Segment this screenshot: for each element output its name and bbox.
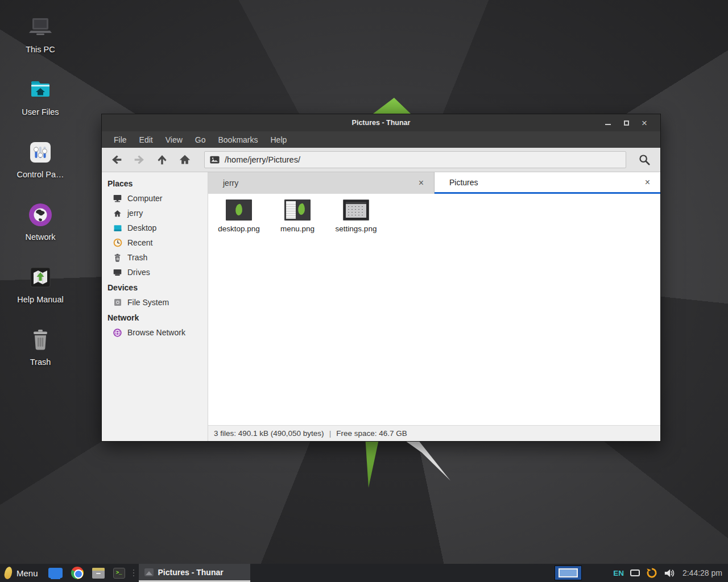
keyboard-layout-indicator[interactable]: EN bbox=[613, 569, 624, 577]
menu-bookmarks[interactable]: Bookmarks bbox=[212, 135, 264, 144]
file-list: desktop.png menu.png settings.png bbox=[208, 194, 660, 425]
sidebar-item-computer[interactable]: Computer bbox=[102, 191, 208, 206]
browser-launcher[interactable] bbox=[71, 564, 84, 582]
taskbar: Menu >_ Pictures - Thunar EN 2:44:28 pm bbox=[0, 564, 728, 582]
menu-go[interactable]: Go bbox=[189, 135, 212, 144]
desktop-icon-this-pc[interactable]: This PC bbox=[11, 6, 69, 68]
menu-logo-icon bbox=[4, 566, 13, 579]
harddisk-icon bbox=[113, 298, 122, 307]
globe-icon bbox=[113, 328, 122, 338]
back-arrow-icon bbox=[111, 154, 122, 165]
desktop-icon bbox=[113, 223, 122, 233]
desktop-icon-control-panel[interactable]: Control Pa… bbox=[11, 131, 69, 193]
menu-file[interactable]: File bbox=[107, 135, 133, 144]
search-icon bbox=[638, 153, 651, 166]
desktop-icon-network[interactable]: Network bbox=[11, 193, 69, 256]
sidebar-item-drives[interactable]: Drives bbox=[102, 265, 208, 280]
tab-jerry[interactable]: jerry × bbox=[208, 172, 435, 194]
display-tray-icon[interactable] bbox=[630, 569, 640, 576]
file-thumbnail bbox=[226, 199, 252, 221]
tab-pictures[interactable]: Pictures × bbox=[435, 172, 660, 194]
file-desktop-png[interactable]: desktop.png bbox=[210, 199, 267, 233]
drives-icon bbox=[113, 268, 122, 277]
sidebar-item-label: Recent bbox=[127, 238, 152, 247]
home-button[interactable] bbox=[173, 150, 196, 169]
menu-button[interactable]: Menu bbox=[0, 564, 44, 582]
taskbar-task-thunar[interactable]: Pictures - Thunar bbox=[139, 564, 250, 582]
trash-icon bbox=[27, 326, 54, 354]
show-desktop-button[interactable] bbox=[48, 564, 63, 582]
sidebar-header-network: Network bbox=[102, 310, 208, 325]
file-cabinet-icon bbox=[92, 568, 105, 579]
title-bar[interactable]: Pictures - Thunar × bbox=[102, 114, 660, 131]
sidebar-item-file-system[interactable]: File System bbox=[102, 295, 208, 310]
up-button[interactable] bbox=[151, 150, 173, 169]
menu-button-label: Menu bbox=[16, 568, 38, 578]
control-panel-icon bbox=[27, 139, 54, 166]
trash-icon bbox=[113, 253, 122, 263]
desktop-icon-label: Network bbox=[25, 232, 55, 242]
sidebar-item-browse-network[interactable]: Browse Network bbox=[102, 325, 208, 340]
close-button[interactable]: × bbox=[635, 114, 653, 131]
menu-edit[interactable]: Edit bbox=[133, 135, 159, 144]
desktop-icon-label: This PC bbox=[26, 45, 55, 54]
sidebar-item-desktop[interactable]: Desktop bbox=[102, 221, 208, 235]
tab-close-icon[interactable]: × bbox=[416, 177, 426, 189]
maximize-button[interactable] bbox=[617, 114, 635, 131]
file-name: desktop.png bbox=[218, 225, 260, 233]
this-pc-icon bbox=[27, 14, 54, 41]
file-manager-launcher[interactable] bbox=[92, 564, 105, 582]
forward-button[interactable] bbox=[128, 150, 151, 169]
sidebar-item-label: File System bbox=[127, 298, 169, 307]
up-arrow-icon bbox=[156, 154, 168, 165]
menu-view[interactable]: View bbox=[159, 135, 189, 144]
tab-close-icon[interactable]: × bbox=[643, 177, 652, 188]
network-globe-icon bbox=[27, 201, 54, 228]
window-title: Pictures - Thunar bbox=[102, 119, 660, 127]
user-files-folder-icon bbox=[27, 76, 54, 103]
tab-label: jerry bbox=[223, 178, 238, 188]
clock[interactable]: 2:44:28 pm bbox=[682, 568, 722, 577]
desktop-icon-user-files[interactable]: User Files bbox=[11, 68, 69, 131]
sidebar-item-jerry[interactable]: jerry bbox=[102, 206, 208, 221]
desktop-icon-label: User Files bbox=[22, 107, 59, 117]
show-desktop-icon bbox=[48, 568, 63, 578]
path-bar[interactable]: /home/jerry/Pictures/ bbox=[204, 151, 626, 168]
tab-bar: jerry × Pictures × bbox=[208, 172, 660, 194]
status-files-text: 3 files: 490.1 kB (490,050 bytes) bbox=[214, 429, 324, 438]
sidebar-item-label: Desktop bbox=[127, 223, 156, 232]
search-button[interactable] bbox=[633, 150, 656, 169]
chrome-icon bbox=[71, 567, 84, 579]
sidebar-item-trash[interactable]: Trash bbox=[102, 250, 208, 265]
update-manager-icon[interactable] bbox=[646, 567, 657, 579]
desktop-icon-label: Control Pa… bbox=[16, 170, 64, 179]
status-bar: 3 files: 490.1 kB (490,050 bytes) | Free… bbox=[208, 425, 660, 441]
sidebar: Places Computer jerry Desktop Recent Tra… bbox=[102, 172, 208, 441]
file-name: settings.png bbox=[336, 225, 377, 233]
sidebar-item-label: jerry bbox=[127, 209, 143, 218]
home-icon bbox=[113, 209, 122, 218]
back-button[interactable] bbox=[105, 150, 128, 169]
menu-bar: File Edit View Go Bookmarks Help bbox=[102, 131, 660, 148]
terminal-icon: >_ bbox=[113, 568, 125, 579]
window-controls: × bbox=[599, 114, 660, 131]
terminal-launcher[interactable]: >_ bbox=[113, 564, 125, 582]
home-icon bbox=[179, 154, 191, 165]
minimize-button[interactable] bbox=[599, 114, 617, 131]
file-name: menu.png bbox=[280, 225, 315, 233]
menu-help[interactable]: Help bbox=[264, 135, 293, 144]
tasklist-grip[interactable] bbox=[133, 569, 134, 576]
sidebar-item-recent[interactable]: Recent bbox=[102, 235, 208, 250]
desktop-icon-help-manual[interactable]: Help Manual bbox=[11, 256, 69, 318]
desktop-icon-trash[interactable]: Trash bbox=[11, 318, 69, 381]
workspace-switcher[interactable] bbox=[555, 566, 582, 580]
file-menu-png[interactable]: menu.png bbox=[269, 199, 326, 233]
volume-icon[interactable] bbox=[664, 568, 675, 578]
file-thumbnail bbox=[284, 199, 311, 221]
file-settings-png[interactable]: settings.png bbox=[328, 199, 384, 233]
sidebar-item-label: Computer bbox=[127, 194, 162, 203]
status-separator: | bbox=[329, 429, 332, 438]
system-tray: EN 2:44:28 pm bbox=[613, 567, 728, 579]
path-text: /home/jerry/Pictures/ bbox=[225, 155, 300, 164]
sidebar-item-label: Drives bbox=[127, 268, 150, 277]
